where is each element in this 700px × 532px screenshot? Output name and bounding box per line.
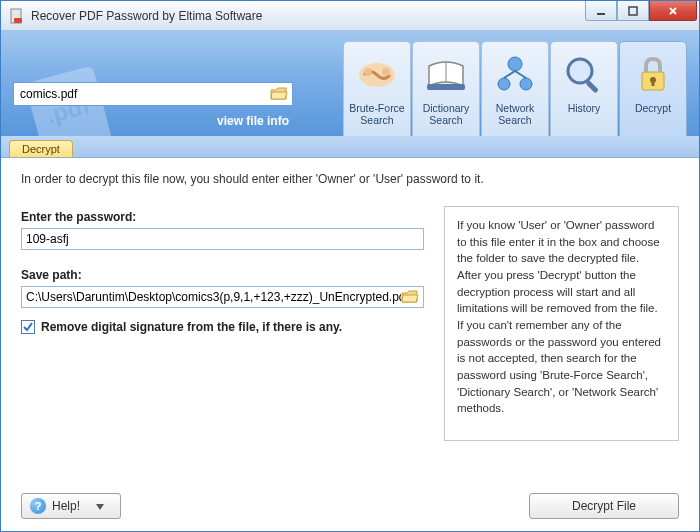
svg-rect-1 [14,18,22,23]
tab-label: Dictionary Search [423,102,470,126]
help-label: Help! [52,499,80,513]
window-controls [585,1,699,30]
checkbox-row: Remove digital signature from the file, … [21,320,424,334]
tab-network[interactable]: Network Search [481,41,549,136]
password-input-wrap [21,228,424,250]
svg-rect-17 [652,80,655,86]
browse-file-icon[interactable] [270,86,288,102]
savepath-input[interactable] [26,290,401,304]
file-section: view file info [13,82,293,128]
handshake-icon [354,52,400,98]
tab-label: History [568,102,601,114]
view-file-info-link[interactable]: view file info [13,114,293,128]
close-button[interactable] [649,1,697,21]
magnifier-icon [561,52,607,98]
svg-rect-3 [629,7,637,15]
password-input[interactable] [26,232,419,246]
intro-text: In order to decrypt this file now, you s… [21,172,679,186]
tab-label: Brute-Force Search [349,102,404,126]
svg-point-11 [498,78,510,90]
checkbox-label: Remove digital signature from the file, … [41,320,342,334]
svg-rect-2 [597,13,605,15]
chevron-down-icon [96,499,104,513]
main-row: Enter the password: Save path: Remove di… [21,206,679,441]
app-icon [9,8,25,24]
savepath-input-wrap [21,286,424,308]
subtab-bar: Decrypt [1,136,699,158]
tab-history[interactable]: History [550,41,618,136]
svg-point-10 [508,57,522,71]
network-icon [492,52,538,98]
svg-rect-9 [427,84,465,90]
browse-savepath-icon[interactable] [401,289,419,305]
form-column: Enter the password: Save path: Remove di… [21,206,424,441]
maximize-button[interactable] [617,1,649,21]
tab-dictionary[interactable]: Dictionary Search [412,41,480,136]
savepath-label: Save path: [21,268,424,282]
remove-signature-checkbox[interactable] [21,320,35,334]
window-title: Recover PDF Password by Eltima Software [31,9,585,23]
content-area: In order to decrypt this file now, you s… [1,158,699,481]
app-window: Recover PDF Password by Eltima Software … [0,0,700,532]
help-icon: ? [30,498,46,514]
book-icon [423,52,469,98]
help-button[interactable]: ? Help! [21,493,121,519]
tab-label: Decrypt [635,102,671,114]
footer: ? Help! Decrypt File [1,481,699,531]
file-input-wrap [13,82,293,106]
svg-point-13 [568,59,592,83]
toolbar: .pdf view file info Brute-Force Search D… [1,31,699,136]
tab-decrypt[interactable]: Decrypt [619,41,687,136]
subtab-decrypt[interactable]: Decrypt [9,140,73,157]
minimize-button[interactable] [585,1,617,21]
tab-label: Network Search [496,102,535,126]
password-label: Enter the password: [21,210,424,224]
svg-rect-14 [585,80,598,93]
main-tabs: Brute-Force Search Dictionary Search Net… [343,41,687,136]
svg-point-8 [382,68,390,76]
titlebar[interactable]: Recover PDF Password by Eltima Software [1,1,699,31]
file-name-input[interactable] [18,85,270,103]
lock-icon [630,52,676,98]
tab-brute-force[interactable]: Brute-Force Search [343,41,411,136]
decrypt-file-button[interactable]: Decrypt File [529,493,679,519]
info-panel: If you know 'User' or 'Owner' password t… [444,206,679,441]
svg-point-7 [364,68,372,76]
svg-point-12 [520,78,532,90]
decrypt-label: Decrypt File [572,499,636,513]
